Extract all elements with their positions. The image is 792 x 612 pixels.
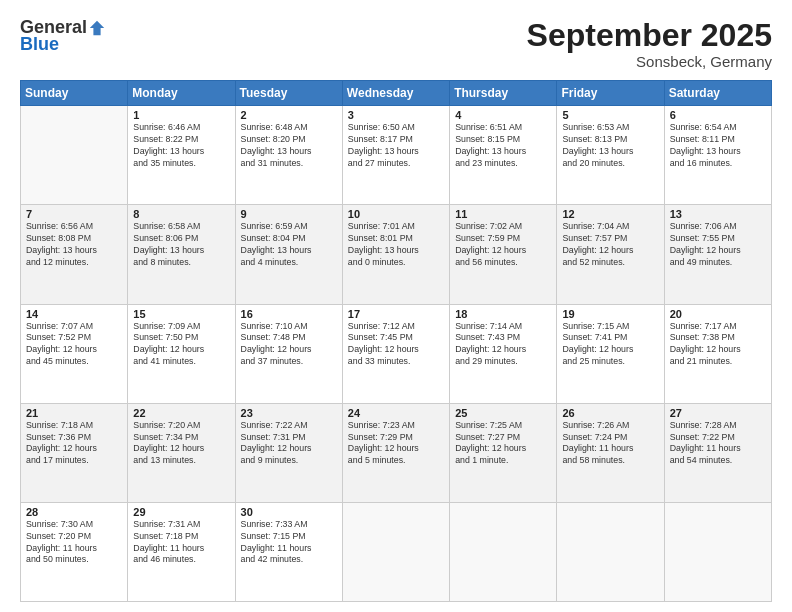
table-row: 23Sunrise: 7:22 AMSunset: 7:31 PMDayligh…	[235, 403, 342, 502]
day-info: Sunrise: 6:58 AMSunset: 8:06 PMDaylight:…	[133, 221, 229, 269]
calendar-header-row: Sunday Monday Tuesday Wednesday Thursday…	[21, 81, 772, 106]
table-row: 9Sunrise: 6:59 AMSunset: 8:04 PMDaylight…	[235, 205, 342, 304]
day-number: 22	[133, 407, 229, 419]
calendar-week-row: 28Sunrise: 7:30 AMSunset: 7:20 PMDayligh…	[21, 502, 772, 601]
day-number: 28	[26, 506, 122, 518]
calendar-title: September 2025	[527, 18, 772, 53]
day-number: 23	[241, 407, 337, 419]
table-row	[664, 502, 771, 601]
table-row: 18Sunrise: 7:14 AMSunset: 7:43 PMDayligh…	[450, 304, 557, 403]
table-row	[557, 502, 664, 601]
day-number: 30	[241, 506, 337, 518]
day-info: Sunrise: 7:28 AMSunset: 7:22 PMDaylight:…	[670, 420, 766, 468]
day-number: 29	[133, 506, 229, 518]
day-info: Sunrise: 7:17 AMSunset: 7:38 PMDaylight:…	[670, 321, 766, 369]
table-row: 26Sunrise: 7:26 AMSunset: 7:24 PMDayligh…	[557, 403, 664, 502]
day-number: 1	[133, 109, 229, 121]
col-saturday: Saturday	[664, 81, 771, 106]
day-info: Sunrise: 7:23 AMSunset: 7:29 PMDaylight:…	[348, 420, 444, 468]
table-row: 1Sunrise: 6:46 AMSunset: 8:22 PMDaylight…	[128, 106, 235, 205]
day-info: Sunrise: 7:12 AMSunset: 7:45 PMDaylight:…	[348, 321, 444, 369]
day-info: Sunrise: 7:15 AMSunset: 7:41 PMDaylight:…	[562, 321, 658, 369]
day-info: Sunrise: 7:09 AMSunset: 7:50 PMDaylight:…	[133, 321, 229, 369]
table-row: 3Sunrise: 6:50 AMSunset: 8:17 PMDaylight…	[342, 106, 449, 205]
day-info: Sunrise: 7:01 AMSunset: 8:01 PMDaylight:…	[348, 221, 444, 269]
calendar-subtitle: Sonsbeck, Germany	[527, 53, 772, 70]
calendar-table: Sunday Monday Tuesday Wednesday Thursday…	[20, 80, 772, 602]
table-row: 5Sunrise: 6:53 AMSunset: 8:13 PMDaylight…	[557, 106, 664, 205]
col-friday: Friday	[557, 81, 664, 106]
day-info: Sunrise: 7:26 AMSunset: 7:24 PMDaylight:…	[562, 420, 658, 468]
table-row: 10Sunrise: 7:01 AMSunset: 8:01 PMDayligh…	[342, 205, 449, 304]
day-number: 2	[241, 109, 337, 121]
col-wednesday: Wednesday	[342, 81, 449, 106]
day-info: Sunrise: 7:25 AMSunset: 7:27 PMDaylight:…	[455, 420, 551, 468]
col-thursday: Thursday	[450, 81, 557, 106]
day-number: 18	[455, 308, 551, 320]
day-info: Sunrise: 6:46 AMSunset: 8:22 PMDaylight:…	[133, 122, 229, 170]
day-info: Sunrise: 6:51 AMSunset: 8:15 PMDaylight:…	[455, 122, 551, 170]
calendar-week-row: 14Sunrise: 7:07 AMSunset: 7:52 PMDayligh…	[21, 304, 772, 403]
day-number: 10	[348, 208, 444, 220]
day-number: 19	[562, 308, 658, 320]
day-number: 8	[133, 208, 229, 220]
day-info: Sunrise: 6:50 AMSunset: 8:17 PMDaylight:…	[348, 122, 444, 170]
day-info: Sunrise: 7:04 AMSunset: 7:57 PMDaylight:…	[562, 221, 658, 269]
table-row	[21, 106, 128, 205]
table-row: 30Sunrise: 7:33 AMSunset: 7:15 PMDayligh…	[235, 502, 342, 601]
day-number: 4	[455, 109, 551, 121]
header: General Blue September 2025 Sonsbeck, Ge…	[20, 18, 772, 70]
day-number: 21	[26, 407, 122, 419]
table-row: 13Sunrise: 7:06 AMSunset: 7:55 PMDayligh…	[664, 205, 771, 304]
day-info: Sunrise: 6:54 AMSunset: 8:11 PMDaylight:…	[670, 122, 766, 170]
day-number: 9	[241, 208, 337, 220]
page: General Blue September 2025 Sonsbeck, Ge…	[0, 0, 792, 612]
table-row: 16Sunrise: 7:10 AMSunset: 7:48 PMDayligh…	[235, 304, 342, 403]
day-info: Sunrise: 7:20 AMSunset: 7:34 PMDaylight:…	[133, 420, 229, 468]
calendar-week-row: 1Sunrise: 6:46 AMSunset: 8:22 PMDaylight…	[21, 106, 772, 205]
table-row	[450, 502, 557, 601]
day-info: Sunrise: 7:33 AMSunset: 7:15 PMDaylight:…	[241, 519, 337, 567]
table-row: 15Sunrise: 7:09 AMSunset: 7:50 PMDayligh…	[128, 304, 235, 403]
table-row: 25Sunrise: 7:25 AMSunset: 7:27 PMDayligh…	[450, 403, 557, 502]
table-row: 4Sunrise: 6:51 AMSunset: 8:15 PMDaylight…	[450, 106, 557, 205]
day-info: Sunrise: 7:07 AMSunset: 7:52 PMDaylight:…	[26, 321, 122, 369]
table-row: 12Sunrise: 7:04 AMSunset: 7:57 PMDayligh…	[557, 205, 664, 304]
day-info: Sunrise: 7:22 AMSunset: 7:31 PMDaylight:…	[241, 420, 337, 468]
calendar-week-row: 7Sunrise: 6:56 AMSunset: 8:08 PMDaylight…	[21, 205, 772, 304]
logo-icon	[88, 19, 106, 37]
table-row	[342, 502, 449, 601]
day-number: 13	[670, 208, 766, 220]
day-number: 7	[26, 208, 122, 220]
day-info: Sunrise: 7:18 AMSunset: 7:36 PMDaylight:…	[26, 420, 122, 468]
table-row: 28Sunrise: 7:30 AMSunset: 7:20 PMDayligh…	[21, 502, 128, 601]
table-row: 6Sunrise: 6:54 AMSunset: 8:11 PMDaylight…	[664, 106, 771, 205]
title-block: September 2025 Sonsbeck, Germany	[527, 18, 772, 70]
day-info: Sunrise: 6:53 AMSunset: 8:13 PMDaylight:…	[562, 122, 658, 170]
day-info: Sunrise: 7:14 AMSunset: 7:43 PMDaylight:…	[455, 321, 551, 369]
table-row: 24Sunrise: 7:23 AMSunset: 7:29 PMDayligh…	[342, 403, 449, 502]
col-monday: Monday	[128, 81, 235, 106]
day-number: 14	[26, 308, 122, 320]
table-row: 11Sunrise: 7:02 AMSunset: 7:59 PMDayligh…	[450, 205, 557, 304]
day-number: 12	[562, 208, 658, 220]
day-number: 27	[670, 407, 766, 419]
day-info: Sunrise: 6:48 AMSunset: 8:20 PMDaylight:…	[241, 122, 337, 170]
table-row: 8Sunrise: 6:58 AMSunset: 8:06 PMDaylight…	[128, 205, 235, 304]
col-sunday: Sunday	[21, 81, 128, 106]
table-row: 17Sunrise: 7:12 AMSunset: 7:45 PMDayligh…	[342, 304, 449, 403]
table-row: 22Sunrise: 7:20 AMSunset: 7:34 PMDayligh…	[128, 403, 235, 502]
day-number: 3	[348, 109, 444, 121]
day-number: 15	[133, 308, 229, 320]
calendar-week-row: 21Sunrise: 7:18 AMSunset: 7:36 PMDayligh…	[21, 403, 772, 502]
table-row: 27Sunrise: 7:28 AMSunset: 7:22 PMDayligh…	[664, 403, 771, 502]
table-row: 20Sunrise: 7:17 AMSunset: 7:38 PMDayligh…	[664, 304, 771, 403]
day-info: Sunrise: 7:10 AMSunset: 7:48 PMDaylight:…	[241, 321, 337, 369]
day-info: Sunrise: 6:59 AMSunset: 8:04 PMDaylight:…	[241, 221, 337, 269]
day-number: 16	[241, 308, 337, 320]
day-info: Sunrise: 7:30 AMSunset: 7:20 PMDaylight:…	[26, 519, 122, 567]
day-number: 6	[670, 109, 766, 121]
day-info: Sunrise: 7:02 AMSunset: 7:59 PMDaylight:…	[455, 221, 551, 269]
day-number: 25	[455, 407, 551, 419]
table-row: 14Sunrise: 7:07 AMSunset: 7:52 PMDayligh…	[21, 304, 128, 403]
